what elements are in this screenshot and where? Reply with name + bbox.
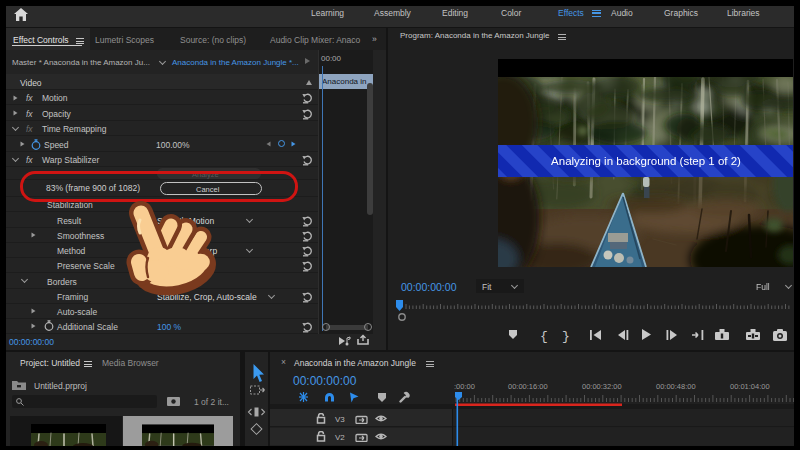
svg-text:}: } (562, 329, 570, 344)
svg-text:Analyzing in background (step: Analyzing in background (step 1 of 2) (551, 155, 741, 167)
svg-text:V3: V3 (335, 415, 345, 424)
svg-text:V2: V2 (335, 433, 345, 442)
svg-text:{: { (540, 329, 548, 344)
